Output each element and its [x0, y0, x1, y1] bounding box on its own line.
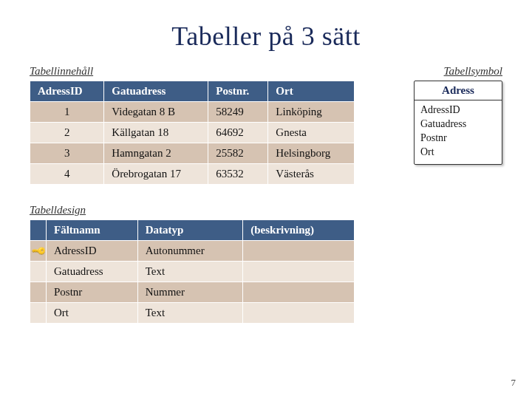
- table-row: Ort Text: [30, 303, 355, 324]
- design-type: Text: [137, 303, 243, 324]
- primary-key-cell: 🔑: [30, 241, 47, 262]
- cell-city: Gnesta: [268, 123, 355, 143]
- cell-street: Källgatan 18: [104, 123, 208, 143]
- table-row: 2 Källgatan 18 64692 Gnesta: [30, 123, 355, 143]
- symbol-field: AdressID: [420, 103, 496, 117]
- design-th-type: Datatyp: [137, 220, 243, 241]
- design-th-field: Fältnamn: [47, 220, 138, 241]
- symbol-field: Postnr: [420, 132, 496, 146]
- design-th-key: [30, 220, 47, 241]
- cell-id: 4: [30, 164, 104, 185]
- primary-key-cell: [30, 262, 47, 282]
- design-desc: [243, 282, 355, 303]
- design-desc: [243, 303, 355, 324]
- slide-title: Tabeller på 3 sätt: [30, 21, 502, 52]
- design-type: Autonummer: [137, 241, 243, 262]
- cell-street: Örebrogatan 17: [104, 164, 208, 185]
- design-field: Postnr: [47, 282, 138, 303]
- cell-city: Linköping: [268, 102, 355, 123]
- design-type: Nummer: [137, 282, 243, 303]
- content-th-zip: Postnr.: [208, 81, 268, 102]
- design-field: Gatuadress: [47, 262, 138, 282]
- design-field: Ort: [47, 303, 138, 324]
- primary-key-cell: [30, 282, 47, 303]
- table-row: 3 Hamngatan 2 25582 Helsingborg: [30, 143, 355, 164]
- design-table: Fältnamn Datatyp (beskrivning) 🔑 AdressI…: [30, 219, 355, 324]
- cell-street: Hamngatan 2: [104, 143, 208, 164]
- table-row: Postnr Nummer: [30, 282, 355, 303]
- page-number: 7: [511, 377, 516, 389]
- symbol-section-label: Tabellsymbol: [377, 65, 502, 78]
- design-desc: [243, 241, 355, 262]
- symbol-field: Ort: [420, 146, 496, 160]
- cell-zip: 64692: [208, 123, 268, 143]
- content-table: AdressID Gatuadress Postnr. Ort 1 Videga…: [30, 81, 355, 185]
- table-symbol-box: Adress AdressID Gatuadress Postnr Ort: [414, 81, 502, 165]
- cell-city: Helsingborg: [268, 143, 355, 164]
- content-section-label: Tabellinnehåll: [30, 65, 355, 78]
- content-th-street: Gatuadress: [104, 81, 208, 102]
- symbol-title: Adress: [415, 81, 502, 100]
- cell-id: 1: [30, 102, 104, 123]
- cell-id: 3: [30, 143, 104, 164]
- cell-street: Videgatan 8 B: [104, 102, 208, 123]
- table-row: 4 Örebrogatan 17 63532 Västerås: [30, 164, 355, 185]
- design-th-desc: (beskrivning): [243, 220, 355, 241]
- content-th-id: AdressID: [30, 81, 104, 102]
- cell-id: 2: [30, 123, 104, 143]
- table-row: Gatuadress Text: [30, 262, 355, 282]
- content-th-city: Ort: [268, 81, 355, 102]
- design-field: AdressID: [47, 241, 138, 262]
- cell-city: Västerås: [268, 164, 355, 185]
- design-desc: [243, 262, 355, 282]
- table-row: 1 Videgatan 8 B 58249 Linköping: [30, 102, 355, 123]
- symbol-field: Gatuadress: [420, 117, 496, 132]
- cell-zip: 58249: [208, 102, 268, 123]
- design-type: Text: [137, 262, 243, 282]
- primary-key-cell: [30, 303, 47, 324]
- table-row: 🔑 AdressID Autonummer: [30, 241, 355, 262]
- design-section-label: Tabelldesign: [30, 204, 355, 216]
- key-icon: 🔑: [30, 243, 47, 260]
- cell-zip: 63532: [208, 164, 268, 185]
- cell-zip: 25582: [208, 143, 268, 164]
